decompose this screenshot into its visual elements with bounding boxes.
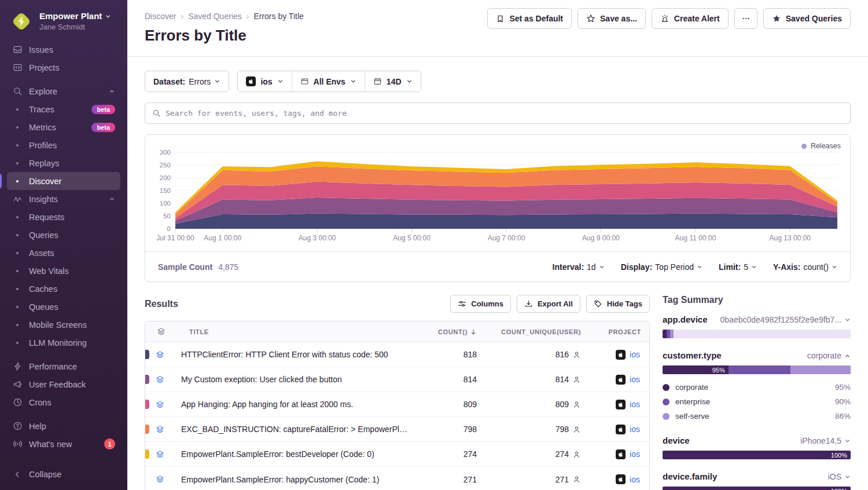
tag-value-percent: 86% (835, 412, 851, 420)
sidebar-item-queries[interactable]: Queries (7, 226, 120, 244)
apple-icon (246, 76, 256, 86)
project-link[interactable]: ios (630, 449, 640, 459)
interval-selector[interactable]: Interval:1d (553, 262, 605, 272)
tag-distribution-bar[interactable]: 95% (663, 365, 851, 374)
error-title[interactable]: HTTPClientError: HTTP Client Error with … (181, 350, 415, 359)
breadcrumb-discover[interactable]: Discover (145, 12, 176, 21)
project-link[interactable]: ios (630, 400, 640, 409)
columns-sliders-icon (458, 299, 466, 308)
sidebar-item-llm-monitoring[interactable]: LLM Monitoring (7, 334, 120, 352)
sidebar-item-help[interactable]: Help (7, 417, 120, 435)
sidebar-item-label: Assets (29, 248, 54, 258)
date-range-filter[interactable]: 14D (365, 71, 421, 92)
error-title[interactable]: EmpowerPlant.SampleError: bestDeveloper … (181, 449, 415, 459)
org-switcher[interactable]: Empower Plant Jane Schmidt (7, 8, 120, 41)
project-link[interactable]: ios (630, 350, 640, 359)
table-row[interactable]: EmpowerPlant.SampleError: bestDeveloper … (145, 442, 649, 467)
sidebar-item-user-feedback[interactable]: User Feedback (7, 375, 120, 393)
sidebar-item-web-vitals[interactable]: Web Vitals (7, 262, 120, 280)
sidebar-collapse-button[interactable]: Collapse (7, 465, 120, 483)
chart-legend[interactable]: Releases (801, 142, 841, 150)
table-row[interactable]: HTTPClientError: HTTP Client Error with … (145, 342, 649, 367)
tag-value-row[interactable]: self-serve 86% (663, 409, 851, 423)
sidebar-spacer (7, 352, 120, 357)
tag-value-row[interactable]: corporate 95% (663, 380, 851, 394)
user-icon (572, 475, 581, 484)
tag-distribution-bar[interactable]: 100% (663, 487, 851, 490)
sidebar-item-crons[interactable]: Crons (7, 393, 120, 411)
search-input[interactable] (165, 109, 843, 118)
sidebar-item-replays[interactable]: Replays (7, 154, 120, 172)
table-row[interactable]: EmpowerPlant.SampleError: happyCustomer … (145, 467, 649, 490)
saved-queries-button[interactable]: Saved Queries (763, 8, 851, 29)
stack-icon[interactable] (156, 475, 164, 484)
environment-filter[interactable]: All Envs (292, 71, 365, 92)
project-link[interactable]: ios (630, 425, 640, 434)
save-as-button[interactable]: Save as... (578, 8, 646, 29)
sidebar-item-requests[interactable]: Requests (7, 208, 120, 226)
tag-distribution-bar[interactable]: 100% (663, 451, 851, 459)
search-bar (145, 103, 851, 124)
tag-top-value[interactable]: iOS (828, 472, 851, 481)
sidebar-item-discover[interactable]: Discover (7, 172, 120, 190)
column-header-count[interactable]: COUNT() (415, 328, 485, 335)
sidebar-item-mobile-screens[interactable]: Mobile Screens (7, 316, 120, 334)
tag-top-value[interactable]: corporate (807, 351, 851, 360)
error-title[interactable]: EmpowerPlant.SampleError: happyCustomer … (181, 475, 415, 484)
stack-icon[interactable] (156, 425, 164, 434)
sidebar-item-what-s-new[interactable]: What's new1 (7, 435, 120, 453)
sidebar-item-issues[interactable]: Issues (7, 41, 120, 58)
sidebar-nav: IssuesProjectsExploreTracesbetaMetricsbe… (7, 41, 120, 465)
area-chart[interactable]: Releases 050100150200250300Jul 31 00:00A… (145, 135, 850, 251)
sidebar-item-explore[interactable]: Explore (7, 82, 120, 100)
column-header-title[interactable]: TITLE (181, 328, 415, 335)
dataset-selector[interactable]: Dataset: Errors (145, 71, 229, 92)
column-header-project[interactable]: PROJECT (589, 328, 649, 335)
columns-button[interactable]: Columns (450, 295, 511, 313)
set-as-default-button[interactable]: Set as Default (487, 8, 572, 29)
table-row[interactable]: App Hanging: App hanging for at least 20… (145, 392, 649, 417)
table-row[interactable]: EXC_BAD_INSTRUCTION: captureFatalError: … (145, 417, 649, 442)
siren-icon (660, 14, 670, 23)
stack-icon[interactable] (156, 450, 164, 459)
stack-icon[interactable] (156, 400, 164, 409)
tag-top-value[interactable]: iPhone14,5 (800, 436, 851, 445)
column-header-count-unique[interactable]: COUNT_UNIQUE(USER) (485, 328, 589, 335)
error-title[interactable]: My Custom exeption: User clicked the but… (181, 375, 415, 384)
sidebar-item-caches[interactable]: Caches (7, 280, 120, 298)
error-title[interactable]: EXC_BAD_INSTRUCTION: captureFatalError: … (181, 425, 415, 434)
tag-key: customer.type (663, 350, 722, 360)
sidebar-item-assets[interactable]: Assets (7, 244, 120, 262)
create-alert-button[interactable]: Create Alert (652, 8, 729, 29)
export-all-button[interactable]: Export All (517, 295, 580, 313)
page-filters-group: ios All Envs 14D (237, 71, 421, 92)
tag-top-value[interactable]: 0baebc0de4982f1255f2e9e9fb7... (720, 315, 851, 324)
sidebar-item-insights[interactable]: Insights (7, 190, 120, 208)
count-value: 271 (415, 475, 485, 484)
table-row[interactable]: My Custom exeption: User clicked the but… (145, 367, 649, 392)
limit-selector[interactable]: Limit:5 (719, 262, 757, 272)
project-filter[interactable]: ios (238, 71, 292, 92)
sidebar-item-metrics[interactable]: Metricsbeta (7, 118, 120, 136)
sidebar-item-profiles[interactable]: Profiles (7, 136, 120, 154)
stack-icon[interactable] (156, 350, 164, 359)
stack-icon[interactable] (156, 375, 164, 384)
more-options-button[interactable] (734, 8, 757, 29)
display-selector[interactable]: Display:Top Period (621, 262, 703, 272)
project-link[interactable]: ios (630, 475, 640, 484)
sidebar-item-label: Issues (29, 45, 53, 54)
count-unique-value: 814 (556, 375, 569, 384)
tag-distribution-bar[interactable] (663, 330, 851, 338)
hide-tags-button[interactable]: Hide Tags (586, 295, 650, 313)
breadcrumb-saved-queries[interactable]: Saved Queries (188, 12, 242, 21)
sidebar-item-projects[interactable]: Projects (7, 58, 120, 76)
sidebar-item-performance[interactable]: Performance (7, 357, 120, 375)
error-title[interactable]: App Hanging: App hanging for at least 20… (181, 400, 415, 409)
sidebar-item-traces[interactable]: Tracesbeta (7, 100, 120, 118)
results-table: TITLE COUNT() COUNT_UNIQUE(USER) PROJECT… (145, 321, 650, 490)
tag-value-row[interactable]: enterprise 90% (663, 394, 851, 409)
tag-customer-type: customer.type corporate 95% corporate 95… (663, 350, 851, 423)
yaxis-selector[interactable]: Y-Axis:count() (773, 262, 837, 272)
sidebar-item-queues[interactable]: Queues (7, 298, 120, 316)
project-link[interactable]: ios (630, 375, 640, 384)
